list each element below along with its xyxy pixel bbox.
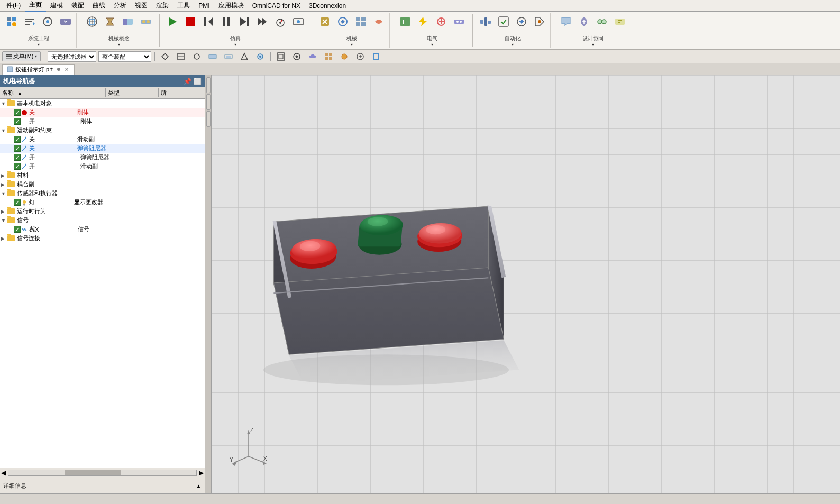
ribbon-btn-ff[interactable]: [254, 14, 271, 30]
side-btn-3[interactable]: [206, 111, 211, 127]
tree-item-signal-conn[interactable]: ▶ 信号连接: [0, 234, 205, 243]
doc-tab-main[interactable]: 按钮指示灯.prt ✕: [2, 64, 75, 75]
tb2-btn-r1[interactable]: [274, 51, 288, 62]
checkbox-on-sp[interactable]: ✓: [14, 154, 21, 161]
checkbox-on-s2[interactable]: ✓: [14, 163, 21, 170]
ribbon-btn-dc2[interactable]: [576, 14, 592, 30]
system-group-dropdown[interactable]: ▾: [38, 42, 40, 47]
ribbon-btn-rewind[interactable]: [200, 14, 217, 30]
tree-item-on-spring[interactable]: ✓ 开 弹簧阻尼器: [0, 153, 205, 162]
nav-scrollbar[interactable]: [8, 470, 197, 476]
ribbon-btn-elec2[interactable]: [415, 14, 432, 30]
tree-item-on-1[interactable]: ✓ 开 刚体: [0, 117, 205, 126]
mech-group-dropdown[interactable]: ▾: [118, 42, 120, 47]
menu-item-view[interactable]: 视图: [131, 0, 152, 11]
tree-item-motion[interactable]: ▼ 运动副和约束: [0, 126, 205, 135]
ribbon-btn-auto3[interactable]: [513, 14, 530, 30]
checkbox-off-red[interactable]: ✓: [14, 109, 21, 116]
ribbon-btn-mech-a4[interactable]: [370, 14, 387, 30]
assembly-scope-select[interactable]: 整个装配: [98, 51, 151, 62]
ribbon-btn-elec1[interactable]: E: [397, 14, 414, 30]
ribbon-btn-auto1[interactable]: [477, 14, 494, 30]
viewport[interactable]: Z X Y: [212, 75, 840, 493]
menu-item-home[interactable]: 主页: [25, 0, 46, 12]
ribbon-btn-speed[interactable]: [272, 14, 289, 30]
menu-item-render[interactable]: 渲染: [152, 0, 173, 11]
menu-item-analysis[interactable]: 分析: [109, 0, 131, 11]
detail-expand-btn[interactable]: ▲: [196, 483, 202, 489]
electrical-group-dropdown[interactable]: ▾: [431, 42, 433, 47]
ribbon-btn-mech-a1[interactable]: [316, 14, 333, 30]
menu-button[interactable]: 菜单(M) ▾: [2, 51, 41, 61]
nav-scroll-right[interactable]: ▶: [199, 469, 204, 476]
ribbon-btn-mech1[interactable]: [84, 14, 101, 30]
menu-item-curve[interactable]: 曲线: [88, 0, 109, 11]
menu-item-appmodule[interactable]: 应用模块: [214, 0, 248, 11]
nav-scroll-left[interactable]: ◀: [1, 469, 6, 476]
ribbon-btn-dc4[interactable]: [611, 14, 628, 30]
tb2-btn-3[interactable]: [190, 51, 204, 62]
tb2-btn-1[interactable]: [158, 51, 172, 62]
ribbon-btn-auto2[interactable]: [495, 14, 512, 30]
ribbon-btn-sys1[interactable]: [3, 14, 20, 30]
menu-item-pmi[interactable]: PMI: [194, 1, 214, 11]
ribbon-btn-auto4[interactable]: [531, 14, 548, 30]
ribbon-btn-dc1[interactable]: [558, 14, 574, 30]
tree-item-basic-objects[interactable]: ▼ 基本机电对象: [0, 99, 205, 108]
nav-expand-btn[interactable]: ⬜: [194, 78, 202, 85]
ribbon-btn-stepfwd[interactable]: [236, 14, 253, 30]
tb2-btn-r7[interactable]: [369, 51, 383, 62]
ribbon-btn-mech3[interactable]: [120, 14, 136, 30]
tree-item-runtime[interactable]: ▶ 运行时行为: [0, 207, 205, 216]
ribbon-btn-stop[interactable]: [182, 14, 199, 30]
ribbon-btn-mech4[interactable]: [138, 14, 154, 30]
checkbox-off-s1[interactable]: ✓: [14, 136, 21, 143]
ribbon-btn-elec4[interactable]: [451, 14, 468, 30]
checkbox-light[interactable]: ✓: [14, 199, 21, 206]
tree-item-signal-x[interactable]: ✓ 机 X 信号: [0, 225, 205, 234]
tb2-btn-2[interactable]: [174, 51, 188, 62]
nav-pin-btn[interactable]: 📌: [184, 78, 191, 85]
tree-item-signal-folder[interactable]: ▼ 信号: [0, 216, 205, 225]
tb2-btn-4[interactable]: [206, 51, 220, 62]
menu-item-tools[interactable]: 工具: [173, 0, 194, 11]
ribbon-btn-pause[interactable]: [218, 14, 235, 30]
side-btn-1[interactable]: [206, 77, 211, 93]
menu-item-assembly[interactable]: 装配: [67, 0, 88, 11]
tree-item-coupling[interactable]: ▶ 耦合副: [0, 180, 205, 189]
ribbon-btn-sys3[interactable]: [39, 14, 56, 30]
ribbon-btn-keyframe[interactable]: [290, 14, 307, 30]
menu-item-3dconnexion[interactable]: 3Dconnexion: [305, 1, 350, 11]
ribbon-btn-elec3[interactable]: [433, 14, 450, 30]
ribbon-btn-dc3[interactable]: [594, 14, 610, 30]
tb2-btn-r3[interactable]: [306, 51, 319, 62]
tb2-btn-r6[interactable]: [353, 51, 367, 62]
ribbon-btn-mech2[interactable]: [102, 14, 118, 30]
tb2-btn-5[interactable]: [222, 51, 235, 62]
dc-group-dropdown[interactable]: ▾: [592, 42, 594, 47]
menu-item-omnicad[interactable]: OmniCAD for NX: [248, 1, 305, 11]
auto-group-dropdown[interactable]: ▾: [512, 42, 514, 47]
menu-item-file[interactable]: 件(F): [2, 0, 25, 11]
tb2-btn-r5[interactable]: [337, 51, 351, 62]
tree-item-sensors[interactable]: ▼ 传感器和执行器: [0, 189, 205, 198]
tb2-btn-r4[interactable]: [322, 51, 335, 62]
checkbox-off-sp[interactable]: ✓: [14, 145, 21, 152]
tree-item-on-slider-2[interactable]: ✓ 开 滑动副: [0, 162, 205, 171]
sim-group-dropdown[interactable]: ▾: [234, 42, 236, 47]
tb2-btn-7[interactable]: [253, 51, 267, 62]
checkbox-on-1[interactable]: ✓: [14, 118, 21, 125]
tree-item-off-red[interactable]: ✓ 关 刚体: [0, 108, 205, 117]
mechanical-group-dropdown[interactable]: ▾: [351, 42, 353, 47]
tb2-btn-6[interactable]: [238, 51, 251, 62]
tree-item-materials[interactable]: ▶ 材料: [0, 171, 205, 180]
doc-tab-close-btn[interactable]: ✕: [63, 67, 70, 72]
checkbox-sigx[interactable]: ✓: [14, 226, 21, 233]
side-btn-2[interactable]: [206, 94, 211, 110]
ribbon-btn-play[interactable]: [164, 14, 181, 30]
ribbon-btn-sys2[interactable]: [21, 14, 38, 30]
tree-item-off-slider-1[interactable]: ✓ 关 滑动副: [0, 135, 205, 144]
ribbon-btn-sys4[interactable]: [57, 14, 74, 30]
tree-item-light[interactable]: ✓ 灯 显示更改器: [0, 198, 205, 207]
menu-item-model[interactable]: 建模: [46, 0, 67, 11]
